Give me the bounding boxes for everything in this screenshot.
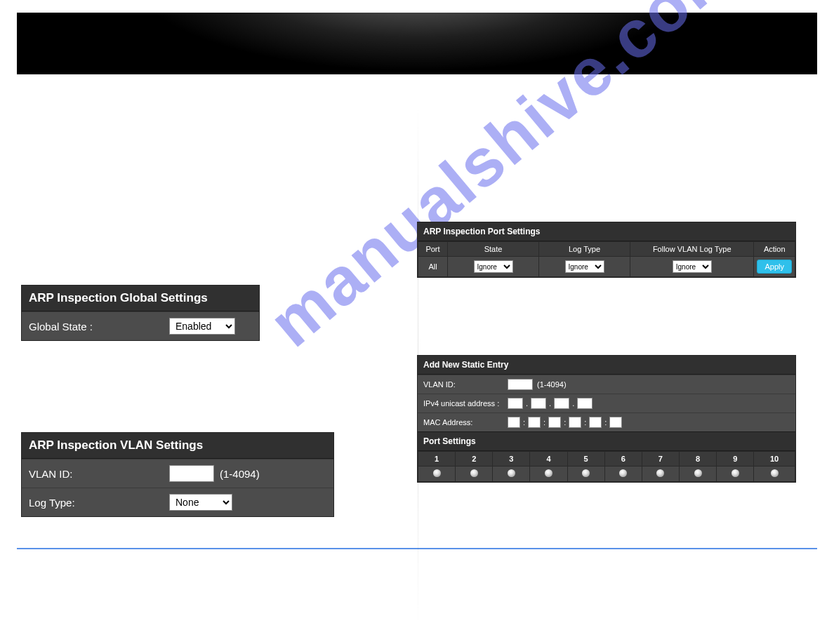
port-col: 5: [567, 452, 604, 467]
static-vlan-input[interactable]: [508, 379, 533, 390]
table-row: Port State Log Type Follow VLAN Log Type…: [418, 242, 795, 257]
arp-port-settings-table: Port State Log Type Follow VLAN Log Type…: [418, 241, 795, 277]
port-col: 10: [754, 452, 795, 467]
logtype-select-port[interactable]: Ignore: [565, 260, 604, 273]
arp-port-settings-title: ARP Inspection Port Settings: [418, 222, 795, 241]
mac-label: MAC Address:: [423, 418, 508, 427]
mac-byte-4[interactable]: [569, 417, 581, 428]
port-radio-10[interactable]: [771, 469, 779, 477]
col-state: State: [448, 242, 539, 257]
ports-grid-table: 1 2 3 4 5 6 7 8 9 10: [418, 451, 795, 482]
port-col: 6: [604, 452, 642, 467]
static-vlan-label: VLAN ID:: [423, 380, 508, 389]
colon-sep: :: [584, 418, 586, 427]
mac-byte-1[interactable]: [508, 417, 520, 428]
follow-select[interactable]: Ignore: [673, 260, 712, 273]
vlan-id-label: VLAN ID:: [29, 468, 169, 480]
vlan-id-input[interactable]: [169, 465, 214, 482]
col-port: Port: [418, 242, 448, 257]
port-col: 4: [530, 452, 567, 467]
colon-sep: :: [564, 418, 566, 427]
cell-port: All: [418, 257, 448, 277]
port-radio-3[interactable]: [508, 469, 515, 477]
top-banner: [17, 13, 817, 74]
global-state-select[interactable]: Enabled: [169, 318, 235, 335]
ipv4-label: IPv4 unicast address :: [423, 399, 508, 408]
port-radio-5[interactable]: [582, 469, 590, 477]
ipv4-octet-1[interactable]: [508, 398, 523, 409]
table-row: 1 2 3 4 5 6 7 8 9 10: [418, 452, 795, 467]
ipv4-octet-3[interactable]: [554, 398, 569, 409]
arp-vlan-settings-panel: ARP Inspection VLAN Settings VLAN ID: (1…: [21, 432, 334, 517]
port-col: 7: [642, 452, 679, 467]
port-radio-8[interactable]: [694, 469, 702, 477]
mac-byte-3[interactable]: [548, 417, 561, 428]
colon-sep: :: [543, 418, 545, 427]
static-entry-panel: Add New Static Entry VLAN ID: (1-4094) I…: [417, 355, 796, 483]
global-state-label: Global State :: [29, 321, 169, 333]
port-radio-7[interactable]: [656, 469, 664, 477]
col-logtype: Log Type: [539, 242, 630, 257]
arp-port-settings-panel: ARP Inspection Port Settings Port State …: [417, 222, 796, 278]
port-radio-2[interactable]: [470, 469, 478, 477]
ports-subtitle: Port Settings: [418, 431, 795, 451]
col-action: Action: [754, 242, 795, 257]
port-radio-9[interactable]: [732, 469, 739, 477]
port-radio-1[interactable]: [433, 469, 441, 477]
dot-sep: .: [526, 399, 528, 408]
port-col: 2: [456, 452, 493, 467]
colon-sep: :: [604, 418, 607, 427]
vlan-id-range: (1-4094): [220, 468, 260, 480]
dot-sep: .: [572, 399, 574, 408]
port-col: 8: [679, 452, 716, 467]
col-follow: Follow VLAN Log Type: [630, 242, 754, 257]
port-col: 3: [493, 452, 530, 467]
logtype-select[interactable]: None: [169, 494, 232, 511]
port-col: 1: [418, 452, 456, 467]
ipv4-octet-2[interactable]: [531, 398, 546, 409]
ipv4-octet-4[interactable]: [577, 398, 593, 409]
dot-sep: .: [549, 399, 551, 408]
mac-byte-5[interactable]: [589, 417, 602, 428]
arp-global-settings-title: ARP Inspection Global Settings: [22, 286, 259, 311]
port-radio-4[interactable]: [545, 469, 552, 477]
port-col: 9: [717, 452, 754, 467]
table-row: All Ignore Ignore Ignore Apply: [418, 257, 795, 277]
mac-byte-2[interactable]: [528, 417, 541, 428]
arp-vlan-settings-title: ARP Inspection VLAN Settings: [22, 433, 333, 459]
static-entry-title: Add New Static Entry: [418, 356, 795, 375]
table-row: [418, 467, 795, 482]
mac-byte-6[interactable]: [609, 417, 622, 428]
port-radio-6[interactable]: [619, 469, 627, 477]
static-vlan-range: (1-4094): [537, 380, 567, 389]
state-select[interactable]: Ignore: [474, 260, 513, 273]
apply-button[interactable]: Apply: [757, 260, 792, 274]
colon-sep: :: [523, 418, 525, 427]
footer-separator: [17, 548, 817, 549]
logtype-label: Log Type:: [29, 497, 169, 509]
arp-global-settings-panel: ARP Inspection Global Settings Global St…: [21, 285, 260, 341]
